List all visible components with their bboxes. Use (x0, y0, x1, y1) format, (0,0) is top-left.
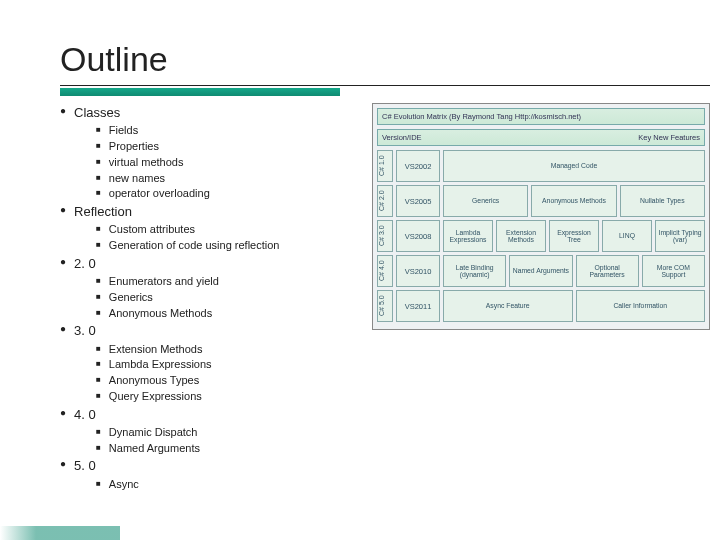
outline-item: ■Async (60, 477, 360, 493)
square-bullet-icon: ■ (96, 224, 101, 238)
matrix-row: C# 2.0VS2005GenericsAnonymous MethodsNul… (377, 185, 705, 217)
item-label: Query Expressions (109, 390, 202, 404)
section-label: 2. 0 (74, 256, 96, 272)
square-bullet-icon: ■ (96, 443, 101, 457)
ide-cell: VS2005 (396, 185, 440, 217)
title-underline (60, 83, 710, 97)
ide-cell: VS2008 (396, 220, 440, 252)
matrix-col-right: Key New Features (638, 133, 700, 142)
outline-list: ●Classes■Fields■Properties■virtual metho… (60, 103, 360, 492)
outline-item: ■Dynamic Dispatch (60, 425, 360, 441)
outline-item: ■Properties (60, 139, 360, 155)
square-bullet-icon: ■ (96, 276, 101, 290)
item-label: Lambda Expressions (109, 358, 212, 372)
square-bullet-icon: ■ (96, 188, 101, 202)
feature-cell: LINQ (602, 220, 652, 252)
item-label: new names (109, 172, 165, 186)
outline-item: ■Custom attributes (60, 222, 360, 238)
item-label: Extension Methods (109, 343, 203, 357)
bullet-icon: ● (60, 204, 66, 220)
outline-section: ●Reflection (60, 202, 360, 222)
outline-item: ■Generics (60, 290, 360, 306)
matrix-row: C# 3.0VS2008Lambda ExpressionsExtension … (377, 220, 705, 252)
feature-cell: Implicit Typing (var) (655, 220, 705, 252)
outline-section: ●5. 0 (60, 456, 360, 476)
slide-title: Outline (60, 40, 710, 79)
section-label: Classes (74, 105, 120, 121)
outline-item: ■virtual methods (60, 155, 360, 171)
ide-cell: VS2010 (396, 255, 440, 287)
section-label: 5. 0 (74, 458, 96, 474)
section-label: Reflection (74, 204, 132, 220)
bullet-icon: ● (60, 458, 66, 474)
matrix-title: C# Evolution Matrix (By Raymond Tang Htt… (382, 112, 581, 121)
ide-cell: VS2011 (396, 290, 440, 322)
outline-item: ■Fields (60, 123, 360, 139)
feature-cell: Async Feature (443, 290, 573, 322)
bullet-icon: ● (60, 407, 66, 423)
item-label: Named Arguments (109, 442, 200, 456)
outline-section: ●4. 0 (60, 405, 360, 425)
square-bullet-icon: ■ (96, 292, 101, 306)
feature-cell: Named Arguments (509, 255, 572, 287)
square-bullet-icon: ■ (96, 240, 101, 254)
feature-cell: Nullable Types (620, 185, 705, 217)
feature-cell: Late Binding (dynamic) (443, 255, 506, 287)
outline-item: ■Extension Methods (60, 342, 360, 358)
matrix-row: C# 1.0VS2002Managed Code (377, 150, 705, 182)
section-label: 3. 0 (74, 323, 96, 339)
item-label: Generation of code using reflection (109, 239, 280, 253)
ide-cell: VS2002 (396, 150, 440, 182)
square-bullet-icon: ■ (96, 344, 101, 358)
bullet-icon: ● (60, 256, 66, 272)
outline-item: ■Anonymous Types (60, 373, 360, 389)
item-label: Fields (109, 124, 138, 138)
outline-item: ■Named Arguments (60, 441, 360, 457)
version-cell: C# 1.0 (377, 150, 393, 182)
section-label: 4. 0 (74, 407, 96, 423)
square-bullet-icon: ■ (96, 427, 101, 441)
outline-item: ■new names (60, 171, 360, 187)
feature-cell: Lambda Expressions (443, 220, 493, 252)
feature-cell: Optional Parameters (576, 255, 639, 287)
outline-item: ■Lambda Expressions (60, 357, 360, 373)
version-cell: C# 3.0 (377, 220, 393, 252)
outline-item: ■Generation of code using reflection (60, 238, 360, 254)
item-label: Properties (109, 140, 159, 154)
item-label: Anonymous Types (109, 374, 199, 388)
version-cell: C# 2.0 (377, 185, 393, 217)
square-bullet-icon: ■ (96, 391, 101, 405)
item-label: operator overloading (109, 187, 210, 201)
outline-section: ●3. 0 (60, 321, 360, 341)
item-label: Async (109, 478, 139, 492)
outline-item: ■Enumerators and yield (60, 274, 360, 290)
square-bullet-icon: ■ (96, 308, 101, 322)
version-cell: C# 4.0 (377, 255, 393, 287)
square-bullet-icon: ■ (96, 125, 101, 139)
square-bullet-icon: ■ (96, 375, 101, 389)
item-label: Generics (109, 291, 153, 305)
outline-item: ■Query Expressions (60, 389, 360, 405)
item-label: Custom attributes (109, 223, 195, 237)
feature-cell: Extension Methods (496, 220, 546, 252)
bullet-icon: ● (60, 105, 66, 121)
feature-cell: Anonymous Methods (531, 185, 616, 217)
square-bullet-icon: ■ (96, 479, 101, 493)
square-bullet-icon: ■ (96, 157, 101, 171)
square-bullet-icon: ■ (96, 173, 101, 187)
feature-cell: Expression Tree (549, 220, 599, 252)
item-label: virtual methods (109, 156, 184, 170)
square-bullet-icon: ■ (96, 359, 101, 373)
item-label: Anonymous Methods (109, 307, 212, 321)
footer-accent (0, 526, 120, 540)
item-label: Enumerators and yield (109, 275, 219, 289)
bullet-icon: ● (60, 323, 66, 339)
feature-cell: Caller Information (576, 290, 706, 322)
matrix-col-left: Version/IDE (382, 133, 422, 142)
item-label: Dynamic Dispatch (109, 426, 198, 440)
matrix-row: C# 5.0VS2011Async FeatureCaller Informat… (377, 290, 705, 322)
feature-cell: Managed Code (443, 150, 705, 182)
feature-cell: More COM Support (642, 255, 705, 287)
outline-section: ●2. 0 (60, 254, 360, 274)
feature-cell: Generics (443, 185, 528, 217)
